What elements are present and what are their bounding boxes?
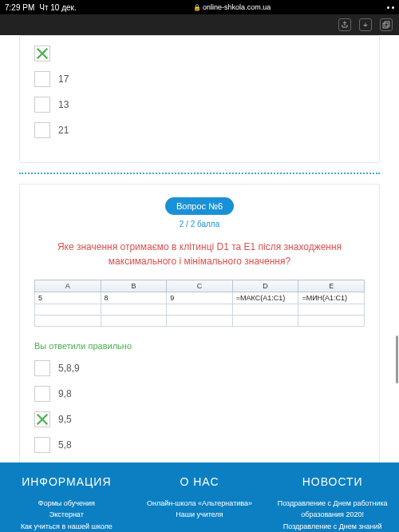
q5-option-3[interactable]: 21 xyxy=(34,122,365,138)
q6-option-3[interactable]: 5,8 xyxy=(34,437,365,453)
status-url: 🔒 online-shkola.com.ua xyxy=(81,3,382,11)
footer-link[interactable]: Поздравление с Днем работника образовани… xyxy=(271,498,394,521)
svg-rect-0 xyxy=(383,23,388,28)
option-label: 17 xyxy=(58,73,69,85)
q6-option-2[interactable]: 9,5 xyxy=(34,411,365,427)
option-label: 9,8 xyxy=(58,388,72,399)
q5-option-0[interactable] xyxy=(34,46,365,62)
col-header: C xyxy=(167,280,233,292)
checkbox-icon xyxy=(34,122,50,138)
footer-link[interactable]: Поздравление с Днем знаний xyxy=(271,521,394,532)
status-date: Чт 10 дек. xyxy=(39,3,76,12)
scrollbar[interactable] xyxy=(396,335,398,383)
footer-col-info: ИНФОРМАЦИЯ Формы обучения Экстернат Как … xyxy=(0,475,133,532)
cell: 9 xyxy=(167,292,233,304)
footer-link[interactable]: Экстернат xyxy=(5,509,128,520)
lock-icon: 🔒 xyxy=(193,4,201,11)
question-text: Яке значення отримаємо в клітинці D1 та … xyxy=(34,240,365,280)
footer-title: ИНФОРМАЦИЯ xyxy=(5,475,128,488)
footer-link[interactable]: Формы обучения xyxy=(5,498,128,509)
checkbox-icon xyxy=(34,360,50,376)
q5-option-2[interactable]: 13 xyxy=(34,97,365,113)
new-tab-button[interactable]: + xyxy=(359,18,372,31)
checkbox-icon xyxy=(34,386,50,402)
col-header: A xyxy=(35,280,101,292)
question-6-box: Вопрос №6 2 / 2 балла Яке значення отрим… xyxy=(19,184,380,478)
cell: 8 xyxy=(101,292,167,304)
footer-col-about: О НАС Онлайн-школа «Альтернатива» Наши у… xyxy=(133,475,267,532)
question-score: 2 / 2 балла xyxy=(34,220,365,228)
share-button[interactable] xyxy=(338,18,351,31)
question-5-box: 17 13 21 xyxy=(19,35,380,163)
table-row xyxy=(35,316,365,327)
option-label: 5,8,9 xyxy=(58,363,80,374)
q5-option-1[interactable]: 17 xyxy=(34,71,365,87)
browser-toolbar: + xyxy=(0,14,399,35)
option-label: 21 xyxy=(58,125,69,136)
svg-rect-1 xyxy=(385,22,389,26)
cell: 5 xyxy=(35,292,101,304)
page-footer: ИНФОРМАЦИЯ Формы обучения Экстернат Как … xyxy=(0,463,399,532)
option-label: 13 xyxy=(58,99,69,110)
q6-option-1[interactable]: 9,8 xyxy=(34,386,365,402)
checkbox-icon xyxy=(34,97,50,113)
checkbox-checked-icon xyxy=(34,411,50,427)
answer-status: Вы ответили правильно xyxy=(34,341,365,351)
ipad-status-bar: 7:29 PM Чт 10 дек. 🔒 online-shkola.com.u… xyxy=(0,0,399,14)
footer-title: О НАС xyxy=(138,475,262,488)
footer-title: НОВОСТИ xyxy=(271,475,394,488)
table-row: 5 8 9 =МАКС(A1:C1) =МИН(A1:C1) xyxy=(35,292,365,304)
tabs-button[interactable] xyxy=(380,18,393,31)
cell: =МАКС(A1:C1) xyxy=(232,292,298,304)
option-label: 9,5 xyxy=(58,414,72,425)
checkbox-icon xyxy=(34,437,50,453)
excel-table: A B C D E 5 8 9 =МАКС(A1:C1) =МИН(A1:C1) xyxy=(34,280,365,327)
col-header: E xyxy=(298,280,365,292)
section-divider xyxy=(19,173,380,174)
col-header: D xyxy=(232,280,298,292)
checkbox-checked-icon xyxy=(34,46,50,62)
col-header: B xyxy=(101,280,167,292)
page-content: 17 13 21 Вопрос №6 2 / 2 балла Яке значе… xyxy=(0,35,399,489)
status-time: 7:29 PM xyxy=(5,3,34,12)
option-label: 5,8 xyxy=(58,439,72,451)
cell: =МИН(A1:C1) xyxy=(298,292,365,304)
table-row xyxy=(35,304,365,316)
question-badge: Вопрос №6 xyxy=(165,197,234,215)
table-header-row: A B C D E xyxy=(35,280,365,292)
checkbox-icon xyxy=(34,71,50,87)
footer-link[interactable]: Наши учителя xyxy=(138,509,262,520)
footer-col-news: НОВОСТИ Поздравление с Днем работника об… xyxy=(266,475,399,532)
footer-link[interactable]: Онлайн-школа «Альтернатива» xyxy=(138,498,262,509)
footer-link[interactable]: Как учиться в нашей школе xyxy=(5,521,128,532)
q6-option-0[interactable]: 5,8,9 xyxy=(34,360,365,376)
status-indicators xyxy=(387,6,394,9)
